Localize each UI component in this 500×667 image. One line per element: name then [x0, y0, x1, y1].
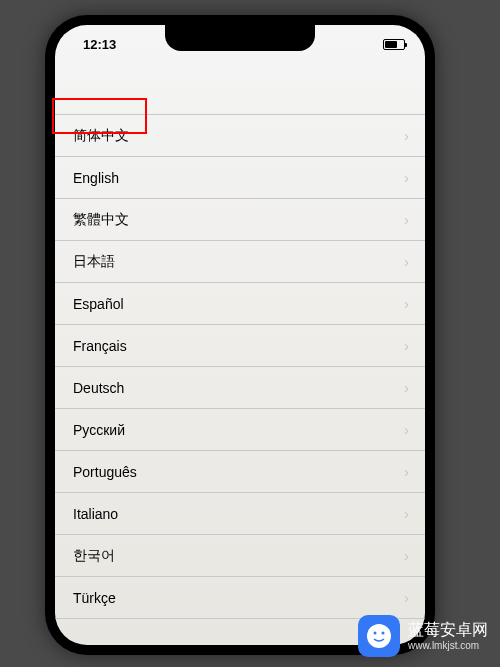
language-item-german[interactable]: Deutsch ›	[55, 367, 425, 409]
language-item-french[interactable]: Français ›	[55, 325, 425, 367]
language-item-japanese[interactable]: 日本語 ›	[55, 241, 425, 283]
status-right	[383, 39, 405, 50]
chevron-right-icon: ›	[404, 337, 409, 354]
svg-point-0	[367, 624, 391, 648]
chevron-right-icon: ›	[404, 463, 409, 480]
chevron-right-icon: ›	[404, 505, 409, 522]
language-item-simplified-chinese[interactable]: 简体中文 ›	[55, 115, 425, 157]
language-label: 한국어	[73, 547, 115, 565]
language-label: Русский	[73, 422, 125, 438]
language-label: 简体中文	[73, 127, 129, 145]
battery-icon	[383, 39, 405, 50]
language-list: 简体中文 › English › 繁體中文 › 日本語 › Español › …	[55, 114, 425, 619]
watermark: 蓝莓安卓网 www.lmkjst.com	[358, 615, 488, 657]
svg-point-2	[382, 632, 385, 635]
battery-fill	[385, 41, 397, 48]
chevron-right-icon: ›	[404, 127, 409, 144]
language-label: Português	[73, 464, 137, 480]
watermark-title: 蓝莓安卓网	[408, 620, 488, 639]
chevron-right-icon: ›	[404, 421, 409, 438]
language-label: Español	[73, 296, 124, 312]
language-item-spanish[interactable]: Español ›	[55, 283, 425, 325]
language-label: Türkçe	[73, 590, 116, 606]
watermark-text: 蓝莓安卓网 www.lmkjst.com	[408, 620, 488, 651]
language-label: Français	[73, 338, 127, 354]
chevron-right-icon: ›	[404, 295, 409, 312]
android-icon	[364, 621, 394, 651]
language-label: 日本語	[73, 253, 115, 271]
language-item-english[interactable]: English ›	[55, 157, 425, 199]
chevron-right-icon: ›	[404, 547, 409, 564]
chevron-right-icon: ›	[404, 169, 409, 186]
phone-screen: 12:13 简体中文 › English › 繁體中文 › 日本語	[55, 25, 425, 645]
svg-point-1	[374, 632, 377, 635]
language-label: 繁體中文	[73, 211, 129, 229]
chevron-right-icon: ›	[404, 211, 409, 228]
chevron-right-icon: ›	[404, 379, 409, 396]
notch	[165, 25, 315, 51]
language-item-portuguese[interactable]: Português ›	[55, 451, 425, 493]
chevron-right-icon: ›	[404, 589, 409, 606]
language-item-korean[interactable]: 한국어 ›	[55, 535, 425, 577]
language-label: Deutsch	[73, 380, 124, 396]
chevron-right-icon: ›	[404, 253, 409, 270]
status-time: 12:13	[83, 37, 116, 52]
language-label: English	[73, 170, 119, 186]
language-item-russian[interactable]: Русский ›	[55, 409, 425, 451]
watermark-url: www.lmkjst.com	[408, 640, 488, 652]
language-item-turkish[interactable]: Türkçe ›	[55, 577, 425, 619]
phone-frame: 12:13 简体中文 › English › 繁體中文 › 日本語	[45, 15, 435, 655]
language-label: Italiano	[73, 506, 118, 522]
language-item-italian[interactable]: Italiano ›	[55, 493, 425, 535]
language-item-traditional-chinese[interactable]: 繁體中文 ›	[55, 199, 425, 241]
header-spacer	[55, 59, 425, 114]
watermark-logo-icon	[358, 615, 400, 657]
